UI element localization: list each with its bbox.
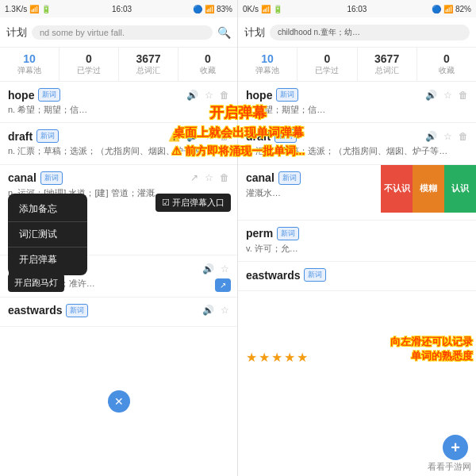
- right-star-draft[interactable]: ☆: [443, 131, 452, 142]
- right-word-en-draft: draft: [246, 130, 271, 143]
- right-danmu-num: 10: [240, 52, 295, 65]
- star-3: ★: [271, 350, 282, 365]
- context-menu-canal: 添加备忘 词汇测试 开启弹幕: [8, 194, 87, 275]
- right-status-bar: 0K/s 📶 🔋 16:03 🔵 📶 82%: [238, 0, 476, 17]
- word-en-eastwards: eastwards: [8, 304, 62, 317]
- right-word-def-permit: v. 许可；允…: [246, 243, 468, 255]
- left-search-input[interactable]: nd some by virtue fall.: [32, 25, 213, 40]
- right-word-header-eastwards: eastwards 新词: [246, 268, 468, 282]
- word-actions-eastwards: 🔊 ☆: [202, 305, 229, 316]
- right-word-def-hope: n. 希望；期望；信…: [246, 104, 468, 116]
- watermark: 看看手游网: [428, 461, 471, 473]
- left-search-icon[interactable]: 🔍: [217, 26, 231, 39]
- right-word-badge-canal: 新词: [278, 171, 301, 185]
- menu-open-danmu[interactable]: 开启弹幕: [8, 248, 87, 272]
- star-5: ★: [297, 350, 308, 365]
- delete-icon-canal[interactable]: 🗑: [220, 172, 229, 183]
- right-stat-fav: 0 收藏: [417, 48, 476, 81]
- right-delete-hope[interactable]: 🗑: [459, 90, 468, 101]
- left-time: 16:03: [112, 5, 132, 13]
- swipe-card-vague[interactable]: 模糊: [413, 165, 444, 213]
- close-button-left[interactable]: ✕: [108, 390, 130, 413]
- warning-icon-draft: ⚠️: [168, 131, 180, 142]
- main-container: 1.3K/s 📶 🔋 16:03 🔵 📶 83% 计划 nd some by v…: [0, 0, 476, 476]
- right-word-actions-draft: 🔊 ☆ 🗑: [425, 131, 468, 142]
- star-icon-hope[interactable]: ☆: [205, 90, 213, 101]
- right-search-input[interactable]: childhood n.童年；幼…: [270, 25, 470, 40]
- word-header-draft: draft 新词 ⚠️ 🔊 ☆ 🗑: [8, 129, 229, 143]
- right-word-canal: canal 新词 灌溉水… 不认识 模糊 认识: [238, 165, 476, 221]
- right-audio-hope[interactable]: 🔊: [425, 90, 437, 101]
- swipe-card-unknown[interactable]: 不认识: [381, 165, 413, 213]
- swipe-card-known[interactable]: 认识: [444, 165, 476, 213]
- menu-vocab-test[interactable]: 词汇测试: [8, 222, 87, 248]
- right-status-left: 0K/s 📶 🔋: [243, 5, 282, 13]
- left-panel: 1.3K/s 📶 🔋 16:03 🔵 📶 83% 计划 nd some by v…: [0, 0, 238, 476]
- right-star-hope[interactable]: ☆: [443, 90, 452, 101]
- plus-button-right[interactable]: +: [443, 435, 468, 460]
- word-actions-canal: ↗ ☆ 🗑: [190, 172, 229, 183]
- right-total-label: 总词汇: [359, 65, 415, 76]
- audio-icon-draft[interactable]: 🔊: [186, 131, 198, 142]
- word-item-hope: hope 新词 🔊 ☆ 🗑 n. 希望；期望；信…: [0, 82, 237, 123]
- star-4: ★: [284, 350, 295, 365]
- word-en-draft: draft: [8, 130, 33, 143]
- right-signal-icons: 📶 🔋: [261, 5, 282, 13]
- right-learned-label: 已学过: [299, 65, 355, 76]
- right-fav-label: 收藏: [419, 65, 474, 76]
- right-stats-bar: 10 弹幕池 0 已学过 3677 总词汇 0 收藏: [238, 48, 476, 82]
- left-total-label: 总词汇: [121, 65, 176, 76]
- star-icon-permit[interactable]: ☆: [221, 263, 229, 274]
- delete-icon-hope[interactable]: 🗑: [220, 90, 229, 101]
- right-delete-draft[interactable]: 🗑: [459, 131, 468, 142]
- right-panel: 0K/s 📶 🔋 16:03 🔵 📶 82% 计划 childhood n.童年…: [238, 0, 476, 476]
- right-top-word: childhood n.童年；幼…: [278, 28, 360, 36]
- right-word-eastwards: eastwards 新词: [238, 262, 476, 291]
- left-danmu-num: 10: [2, 52, 57, 65]
- marquee-btn[interactable]: 开启跑马灯: [8, 274, 64, 292]
- right-word-header-permit: perm 新词: [246, 227, 468, 240]
- left-total-num: 3677: [121, 52, 176, 65]
- action-icon-permit[interactable]: ↗: [215, 278, 231, 292]
- left-stat-total: 3677 总词汇: [119, 48, 178, 81]
- right-fav-num: 0: [419, 52, 474, 65]
- right-word-en-permit: perm: [246, 227, 273, 240]
- stars-row: ★ ★ ★ ★ ★: [246, 350, 308, 365]
- audio-icon-eastwards[interactable]: 🔊: [202, 305, 214, 316]
- left-search-bar: 计划 nd some by virtue fall. 🔍: [0, 17, 237, 48]
- left-icons: 📶 🔋: [29, 5, 51, 13]
- star-1: ★: [246, 350, 257, 365]
- star-icon-canal[interactable]: ☆: [205, 172, 213, 183]
- audio-icon-hope[interactable]: 🔊: [186, 90, 198, 101]
- left-fav-num: 0: [180, 52, 236, 65]
- right-audio-draft[interactable]: 🔊: [425, 131, 437, 142]
- word-en-canal: canal: [8, 171, 36, 184]
- left-status-left: 1.3K/s 📶 🔋: [5, 5, 51, 13]
- word-def-draft: n. 汇票；草稿；选派；（尤指房间、烟囱、炉子等…: [8, 145, 229, 157]
- word-item-canal: canal 新词 ↗ ☆ 🗑 n. 运河；[地理] 水道；[建] 管道；灌溉… …: [0, 165, 237, 255]
- right-word-badge-hope: 新词: [276, 88, 298, 102]
- swipe-cards: 不认识 模糊 认识: [381, 165, 476, 220]
- left-learned-label: 已学过: [61, 65, 117, 76]
- left-signal: 1.3K/s: [5, 5, 27, 13]
- delete-icon-draft[interactable]: 🗑: [220, 131, 229, 142]
- right-word-badge-eastwards: 新词: [304, 268, 326, 282]
- menu-add-note[interactable]: 添加备忘: [8, 197, 87, 222]
- left-stat-fav: 0 收藏: [178, 48, 237, 81]
- right-word-permit: perm 新词 v. 许可；允…: [238, 221, 476, 262]
- danmu-open-btn[interactable]: ☑ 开启弹幕入口: [155, 194, 231, 212]
- left-status-bar: 1.3K/s 📶 🔋 16:03 🔵 📶 83%: [0, 0, 237, 17]
- word-actions-hope: 🔊 ☆ 🗑: [186, 90, 229, 101]
- share-icon-canal[interactable]: ↗: [190, 172, 198, 183]
- left-fav-label: 收藏: [180, 65, 236, 76]
- star-icon-draft[interactable]: ☆: [205, 131, 213, 142]
- word-en-hope: hope: [8, 89, 34, 102]
- left-stat-danmu: 10 弹幕池: [0, 48, 60, 81]
- right-word-header-draft: draft 新词 🔊 ☆ 🗑: [246, 129, 468, 143]
- right-word-header-hope: hope 新词 🔊 ☆ 🗑: [246, 88, 468, 102]
- right-danmu-label: 弹幕池: [240, 65, 295, 76]
- word-header-canal: canal 新词 ↗ ☆ 🗑: [8, 171, 229, 185]
- audio-icon-permit[interactable]: 🔊: [202, 263, 214, 274]
- star-icon-eastwards[interactable]: ☆: [221, 305, 229, 316]
- left-battery: 83%: [217, 5, 232, 13]
